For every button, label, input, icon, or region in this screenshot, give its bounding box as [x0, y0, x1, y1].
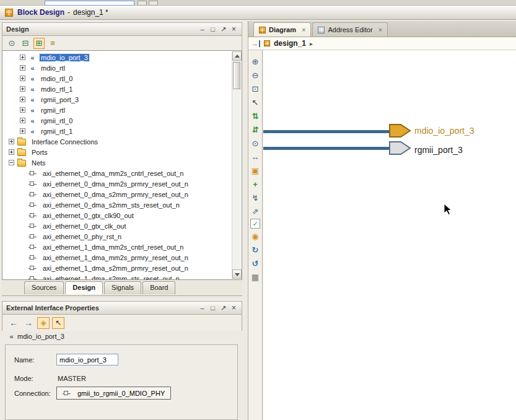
tree-interface-item[interactable]: rgmii_port_3 — [2, 94, 242, 105]
search-icon[interactable]: ⊙ — [249, 137, 261, 149]
tree-net-item[interactable]: axi_ethernet_1_dma_s2mm_sts_reset_out_n — [2, 273, 242, 280]
select-pointer-icon[interactable] — [52, 317, 64, 329]
fit-width-icon[interactable]: ↔ — [249, 151, 261, 163]
search-icon[interactable] — [6, 38, 17, 49]
tree-interface-item[interactable]: mdio_rtl — [2, 63, 242, 73]
tree-net-item[interactable]: axi_ethernet_0_phy_rst_n — [2, 231, 242, 242]
expand-all-icon[interactable] — [33, 38, 45, 49]
scrollbar-thumb[interactable] — [233, 62, 240, 89]
port-shape[interactable] — [390, 125, 410, 137]
port-shape[interactable] — [390, 142, 410, 154]
tab-address-editor[interactable]: Address Editor — [312, 22, 388, 37]
connection-button[interactable]: gmii_to_rgmii_0_MDIO_PHY — [56, 387, 171, 400]
collapse-selection-icon[interactable]: ⇅ — [249, 110, 261, 122]
expand-selection-icon[interactable]: ⇵ — [249, 123, 261, 136]
diagram-canvas[interactable]: mdio_io_port_3 rgmii_port_3 — [263, 50, 516, 420]
scroll-up-icon[interactable] — [232, 51, 242, 61]
tab-board[interactable]: Board — [142, 281, 175, 294]
tree-folder-nets[interactable]: Nets — [2, 157, 242, 168]
tree-net-item[interactable]: axi_ethernet_0_dma_s2mm_sts_reset_out_n — [2, 199, 242, 210]
expand-icon[interactable] — [9, 139, 14, 144]
tree-interface-item[interactable]: mdio_rtl_0 — [2, 73, 242, 84]
tab-diagram[interactable]: Diagram — [253, 22, 311, 37]
dock-icon[interactable] — [251, 40, 260, 47]
properties-panel-title: External Interface Properties — [6, 304, 99, 312]
tree-net-item[interactable]: axi_ethernet_0_dma_mm2s_prmry_reset_out_… — [2, 178, 242, 189]
expand-icon[interactable] — [9, 149, 14, 155]
select-area-icon[interactable]: ↖ — [249, 96, 261, 108]
expand-icon[interactable] — [20, 118, 25, 123]
tree-net-item[interactable]: axi_ethernet_1_dma_mm2s_prmry_reset_out_… — [2, 252, 242, 263]
customize-icon[interactable]: ◉ — [249, 230, 261, 242]
tab-design[interactable]: Design — [65, 281, 103, 294]
minimize-icon[interactable] — [198, 25, 206, 33]
tree-item-label: mdio_rtl_1 — [40, 85, 74, 93]
float-icon[interactable] — [209, 25, 217, 33]
expand-hierarchy-icon[interactable]: ▦ — [249, 271, 261, 283]
name-label: Name: — [14, 356, 34, 364]
design-panel-title: Design — [6, 25, 29, 33]
expand-icon[interactable] — [20, 65, 25, 71]
zoom-out-icon[interactable]: ⊖ — [249, 69, 261, 81]
tree-net-item[interactable]: axi_ethernet_1_dma_s2mm_prmry_reset_out_… — [2, 263, 242, 273]
add-ip-icon[interactable]: + — [249, 178, 261, 190]
port-mdio-io-port-3[interactable] — [389, 123, 411, 138]
expand-icon[interactable] — [20, 86, 25, 92]
maximize-icon[interactable] — [219, 25, 227, 33]
back-icon[interactable] — [7, 317, 20, 329]
make-external-icon[interactable]: ⇗ — [249, 205, 261, 217]
port-label-mdio[interactable]: mdio_io_port_3 — [414, 126, 474, 136]
expand-icon[interactable] — [20, 128, 25, 134]
tree-net-item[interactable]: axi_ethernet_0_gtx_clk90_out — [2, 210, 242, 221]
expand-icon[interactable] — [20, 55, 25, 60]
maximize-icon[interactable] — [219, 304, 227, 312]
tree-folder-ports[interactable]: Ports — [2, 147, 242, 157]
tree-interface-item[interactable]: mdio_io_port_3 — [2, 52, 242, 63]
breadcrumb[interactable]: design_1 — [274, 39, 306, 48]
connection-label: Connection: — [14, 390, 51, 397]
block-design-titlebar: Block Design - design_1 * — [0, 6, 516, 20]
float-icon[interactable] — [209, 304, 217, 312]
expand-icon[interactable] — [20, 97, 25, 102]
tab-label: Diagram — [269, 26, 296, 33]
expand-icon[interactable] — [20, 107, 25, 113]
default-view-icon[interactable]: ▣ — [249, 164, 261, 177]
minimize-icon[interactable] — [198, 304, 206, 312]
port-rgmii-port-3[interactable] — [389, 141, 411, 155]
forward-icon[interactable] — [22, 317, 35, 329]
scroll-down-icon[interactable] — [232, 269, 242, 279]
tree-net-item[interactable]: axi_ethernet_0_gtx_clk_out — [2, 221, 242, 231]
net-wire-rgmii[interactable] — [263, 147, 390, 150]
properties-view-icon[interactable] — [37, 317, 50, 329]
close-icon[interactable] — [230, 304, 238, 312]
tab-sources[interactable]: Sources — [24, 281, 64, 294]
close-tab-icon[interactable] — [302, 26, 305, 33]
zoom-in-icon[interactable]: ⊕ — [249, 55, 261, 68]
zoom-fit-icon[interactable]: ⊡ — [249, 82, 261, 95]
tab-signals[interactable]: Signals — [104, 281, 141, 294]
close-tab-icon[interactable] — [378, 26, 382, 33]
tree-interface-item[interactable]: mdio_rtl_1 — [2, 84, 242, 94]
tree-scrollbar[interactable] — [232, 51, 241, 279]
make-connection-icon[interactable]: ↯ — [249, 191, 261, 204]
name-field[interactable] — [56, 354, 118, 365]
expand-icon[interactable] — [20, 76, 25, 81]
tree-item-label: mdio_rtl — [40, 64, 66, 72]
collapse-icon[interactable] — [9, 160, 14, 165]
port-label-rgmii[interactable]: rgmii_port_3 — [414, 145, 463, 155]
tree-net-item[interactable]: axi_ethernet_0_dma_mm2s_cntrl_reset_out_… — [2, 168, 242, 178]
regenerate-layout-icon[interactable]: ↻ — [249, 243, 261, 256]
tree-net-item[interactable]: axi_ethernet_1_dma_mm2s_cntrl_reset_out_… — [2, 242, 242, 252]
tree-interface-item[interactable]: rgmii_rtl — [2, 105, 242, 115]
tree-folder-interface-connections[interactable]: Interface Connections — [2, 136, 242, 147]
collapse-all-icon[interactable] — [20, 38, 31, 49]
tree-net-item[interactable]: axi_ethernet_0_dma_s2mm_prmry_reset_out_… — [2, 189, 242, 199]
close-icon[interactable] — [230, 25, 238, 33]
undo-layout-icon[interactable]: ↺ — [249, 257, 261, 269]
group-by-type-icon[interactable] — [47, 38, 58, 49]
net-wire-mdio[interactable] — [263, 130, 390, 133]
validate-design-icon[interactable]: ✓ — [250, 219, 260, 229]
tree-interface-item[interactable]: rgmii_rtl_0 — [2, 115, 242, 126]
tree-interface-item[interactable]: rgmii_rtl_1 — [2, 126, 242, 136]
interface-icon — [7, 333, 15, 340]
